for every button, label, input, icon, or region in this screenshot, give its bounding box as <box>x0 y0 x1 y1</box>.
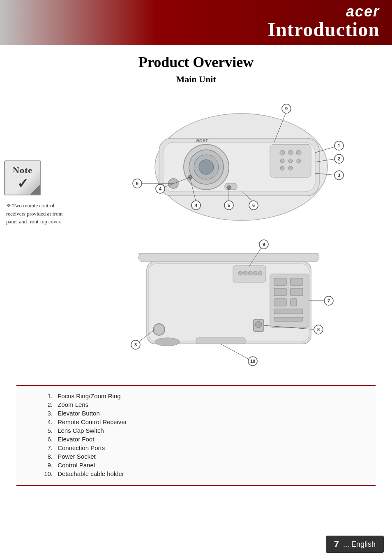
main-unit-subtitle: Main Unit <box>16 74 376 85</box>
item-label: Lens Cap Switch <box>58 427 104 434</box>
parts-list: 1. Focus Ring/Zoom Ring 2. Zoom Lens 3. … <box>41 392 351 479</box>
svg-text:4: 4 <box>195 203 198 208</box>
item-label: Remote Control Receiver <box>58 418 127 425</box>
item-label: Elevator Button <box>58 410 100 417</box>
list-item: 9. Control Panel <box>41 462 351 469</box>
item-number: 4. <box>41 418 53 425</box>
list-item: 4. Remote Control Receiver <box>41 418 351 425</box>
svg-rect-73 <box>196 338 245 344</box>
svg-text:10: 10 <box>250 359 255 364</box>
item-label: Focus Ring/Zoom Ring <box>58 392 120 399</box>
note-checkmark: ✓ <box>17 176 28 191</box>
svg-point-10 <box>280 166 284 170</box>
item-number: 5. <box>41 427 53 434</box>
item-label: Connection Ports <box>58 444 105 451</box>
item-number: 2. <box>41 401 53 408</box>
svg-point-4 <box>280 150 285 155</box>
note-badge: Note ✓ <box>4 160 41 195</box>
note-box: Note ✓ ❖Two remote control receivers pro… <box>4 160 70 226</box>
svg-point-15 <box>199 160 214 174</box>
svg-text:9: 9 <box>263 242 265 247</box>
svg-text:1: 1 <box>338 143 340 148</box>
bottom-view-diagram: 9 3 7 8 10 <box>114 237 344 377</box>
svg-text:3: 3 <box>338 173 340 178</box>
item-number: 7. <box>41 444 53 451</box>
svg-text:9: 9 <box>285 106 288 111</box>
item-label: Detachable cable holder <box>58 470 124 477</box>
svg-text:4: 4 <box>159 186 162 191</box>
svg-point-72 <box>155 338 180 346</box>
svg-point-7 <box>280 159 284 163</box>
item-number: 8. <box>41 453 53 460</box>
svg-point-68 <box>258 271 262 275</box>
footer: 7 ... English <box>0 531 392 557</box>
svg-text:8: 8 <box>317 327 320 332</box>
list-item: 10. Detachable cable holder <box>41 470 351 477</box>
list-item: 6. Elevator Foot <box>41 436 351 443</box>
top-view-diagram: acer 9 1 2 <box>114 89 344 241</box>
svg-text:5: 5 <box>228 203 230 208</box>
page-title: Introduction <box>267 20 380 39</box>
page-number: 7 <box>334 539 339 550</box>
note-description: ❖Two remote control receivers provided a… <box>4 202 70 226</box>
svg-point-5 <box>288 150 293 155</box>
svg-rect-55 <box>274 278 286 285</box>
diagram-area: acer 9 1 2 <box>82 89 376 377</box>
note-label: Note <box>13 165 32 176</box>
svg-rect-53 <box>138 253 319 262</box>
svg-text:7: 7 <box>327 298 330 303</box>
svg-line-86 <box>221 344 249 360</box>
list-item: 1. Focus Ring/Zoom Ring <box>41 392 351 399</box>
list-item: 5. Lens Cap Switch <box>41 427 351 434</box>
svg-rect-16 <box>225 183 237 190</box>
acer-logo: acer <box>346 4 380 19</box>
product-overview-title: Product Overview <box>16 53 376 71</box>
svg-point-70 <box>255 321 262 328</box>
item-number: 3. <box>41 410 53 417</box>
svg-point-9 <box>297 159 301 163</box>
footer-badge: 7 ... English <box>326 536 384 553</box>
item-label: Power Socket <box>58 453 96 460</box>
svg-rect-56 <box>291 278 303 285</box>
list-item: 3. Elevator Button <box>41 410 351 417</box>
svg-rect-58 <box>291 288 303 296</box>
item-number: 1. <box>41 392 53 399</box>
item-number: 6. <box>41 436 53 443</box>
list-item: 2. Zoom Lens <box>41 401 351 408</box>
svg-point-64 <box>238 271 242 275</box>
list-item: 8. Power Socket <box>41 453 351 460</box>
svg-point-6 <box>296 150 301 155</box>
svg-rect-61 <box>274 309 303 314</box>
svg-text:6: 6 <box>136 181 138 186</box>
item-label: Control Panel <box>58 462 95 469</box>
svg-rect-60 <box>291 299 297 306</box>
svg-rect-59 <box>274 299 286 306</box>
page-wrapper: acer Introduction Product Overview Main … <box>0 0 392 557</box>
svg-point-11 <box>288 166 293 170</box>
page-header: acer Introduction <box>0 0 392 45</box>
item-label: Elevator Foot <box>58 436 94 443</box>
svg-point-8 <box>288 159 293 163</box>
svg-rect-57 <box>274 288 286 296</box>
svg-text:6: 6 <box>252 203 255 208</box>
list-item: 7. Connection Ports <box>41 444 351 451</box>
svg-text:acer: acer <box>196 137 208 144</box>
language-label: ... English <box>343 540 376 549</box>
svg-rect-62 <box>274 317 303 321</box>
svg-point-67 <box>253 271 257 275</box>
item-number: 10. <box>41 470 53 477</box>
svg-point-71 <box>153 324 165 335</box>
main-content: Product Overview Main Unit Note ✓ ❖Two r… <box>0 45 392 494</box>
svg-text:3: 3 <box>134 342 137 347</box>
svg-point-66 <box>248 271 252 275</box>
svg-text:2: 2 <box>338 156 340 161</box>
parts-list-container: 1. Focus Ring/Zoom Ring 2. Zoom Lens 3. … <box>16 385 376 486</box>
item-label: Zoom Lens <box>58 401 88 408</box>
item-number: 9. <box>41 462 53 469</box>
svg-point-65 <box>243 271 247 275</box>
note-bullet: ❖ <box>6 202 11 209</box>
